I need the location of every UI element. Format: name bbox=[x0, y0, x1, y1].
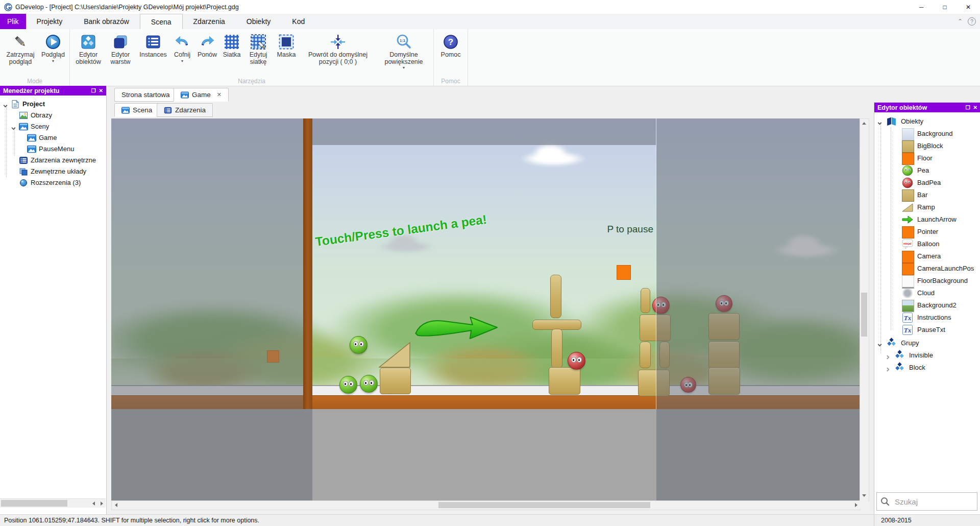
tree-item-scenes[interactable]: Sceny bbox=[0, 121, 106, 132]
maximize-button[interactable]: □ bbox=[933, 0, 957, 14]
tree-item-scene-pausemenu[interactable]: PauseMenu bbox=[0, 144, 106, 155]
object-row[interactable]: Cloud bbox=[874, 287, 980, 299]
chevron-right-icon[interactable] bbox=[885, 353, 891, 362]
pea-instance[interactable] bbox=[360, 375, 378, 393]
menu-tab-zdarzenia[interactable]: Zdarzenia bbox=[183, 14, 236, 29]
close-tab-icon[interactable]: ✕ bbox=[217, 91, 222, 98]
ribbon-help-icon[interactable]: ? bbox=[968, 17, 976, 26]
panel-close-icon[interactable]: ✕ bbox=[973, 105, 977, 110]
default-zoom-button[interactable]: 1:1 Domyślne powiększenie ▾ bbox=[376, 32, 431, 70]
tree-item-external-events[interactable]: Zdarzenia zewnętrzne bbox=[0, 155, 106, 166]
group-row[interactable]: Block bbox=[874, 362, 980, 374]
grid-button[interactable]: Siatka bbox=[220, 32, 243, 59]
object-row[interactable]: CameraLaunchPos bbox=[874, 262, 980, 275]
object-row[interactable]: BadPea bbox=[874, 177, 980, 189]
scroll-left-icon[interactable] bbox=[112, 501, 120, 509]
menu-tab-scena[interactable]: Scena bbox=[140, 14, 183, 29]
subtab-events[interactable]: Zdarzenia bbox=[157, 103, 213, 117]
menu-tab-plik[interactable]: Plik bbox=[0, 14, 26, 29]
menu-tab-kod[interactable]: Kod bbox=[281, 14, 315, 29]
panel-float-icon[interactable]: ❐ bbox=[91, 88, 96, 93]
chevron-down-icon[interactable] bbox=[877, 341, 883, 350]
object-row[interactable]: Tx PauseTxt bbox=[874, 324, 980, 336]
pea-instance[interactable] bbox=[339, 376, 357, 394]
object-row[interactable]: Pointer bbox=[874, 226, 980, 238]
bigblock-instance[interactable] bbox=[549, 367, 580, 395]
scrollbar-thumb[interactable] bbox=[861, 293, 867, 337]
canvas-vscrollbar[interactable] bbox=[860, 118, 869, 501]
undo-button[interactable]: Cofnij ▾ bbox=[170, 32, 194, 63]
object-row[interactable]: FloorBackground bbox=[874, 275, 980, 287]
scroll-left-icon[interactable] bbox=[89, 499, 97, 508]
subtab-scene[interactable]: Scena bbox=[114, 103, 159, 117]
cloud-instance[interactable] bbox=[520, 151, 587, 166]
canvas-hscrollbar[interactable] bbox=[111, 500, 861, 510]
scroll-up-icon[interactable] bbox=[860, 119, 868, 128]
bar-instance[interactable] bbox=[532, 320, 581, 330]
launch-arrow-instance[interactable] bbox=[412, 313, 501, 343]
minimize-button[interactable]: ─ bbox=[910, 0, 933, 14]
tree-item-project[interactable]: Project bbox=[0, 99, 106, 110]
scrollbar-thumb[interactable] bbox=[1, 500, 67, 507]
tree-item-external-layouts[interactable]: Zewnętrzne układy bbox=[0, 166, 106, 177]
mask-button[interactable]: Maska bbox=[273, 32, 300, 59]
pause-text-instance[interactable]: P to pause bbox=[545, 224, 653, 235]
redo-button[interactable]: Ponów bbox=[194, 32, 220, 59]
menu-tab-projekty[interactable]: Projekty bbox=[26, 14, 74, 29]
tab-start-page[interactable]: Strona startowa bbox=[114, 88, 177, 102]
bar-instance[interactable] bbox=[551, 329, 562, 368]
object-row[interactable]: Floor bbox=[874, 152, 980, 164]
menu-tab-bank-obrazow[interactable]: Bank obrazów bbox=[73, 14, 140, 29]
reset-position-button[interactable]: Powrót do domyślnej pozycji ( 0;0 ) bbox=[300, 32, 376, 65]
panel-float-icon[interactable]: ❐ bbox=[966, 105, 970, 110]
panel-close-icon[interactable]: ✕ bbox=[99, 88, 103, 93]
tab-game[interactable]: Game ✕ bbox=[174, 88, 229, 102]
instances-button[interactable]: Instances bbox=[136, 32, 170, 59]
scroll-right-icon[interactable] bbox=[852, 501, 860, 509]
objects-editor-button[interactable]: Edytor obiektów bbox=[72, 32, 105, 65]
bar-instance[interactable] bbox=[640, 342, 651, 368]
cloud-instance[interactable] bbox=[377, 240, 435, 253]
help-button[interactable]: ? Pomoc bbox=[436, 32, 465, 59]
objects-root-row[interactable]: Obiekty bbox=[874, 115, 980, 128]
object-row[interactable]: Ramp bbox=[874, 201, 980, 213]
object-row[interactable]: Background2 bbox=[874, 299, 980, 312]
tree-item-extensions[interactable]: Rozszerzenia (3) bbox=[0, 177, 106, 188]
edit-grid-button[interactable]: Edytuj siatkę bbox=[243, 32, 273, 65]
stop-preview-button[interactable]: Zatrzymaj podgląd bbox=[2, 32, 39, 65]
close-button[interactable]: ✕ bbox=[957, 0, 980, 14]
scroll-right-icon[interactable] bbox=[97, 499, 106, 508]
chevron-right-icon[interactable] bbox=[885, 365, 891, 374]
scrollbar-thumb[interactable] bbox=[438, 502, 650, 508]
layers-editor-button[interactable]: Edytor warstw bbox=[105, 32, 136, 65]
object-row[interactable]: Pea bbox=[874, 164, 980, 177]
menu-tab-obiekty[interactable]: Obiekty bbox=[236, 14, 281, 29]
object-row[interactable]: Tx Instructions bbox=[874, 312, 980, 324]
object-row[interactable]: ninja! Balloon bbox=[874, 238, 980, 250]
bigblock-instance[interactable] bbox=[380, 368, 411, 394]
tree-item-scene-game[interactable]: Game bbox=[0, 132, 106, 144]
scene-canvas[interactable]: Touch/Press to launch a pea! P to pause bbox=[111, 118, 860, 500]
tree-item-images[interactable]: Obrazy bbox=[0, 110, 106, 121]
project-panel-hscrollbar[interactable] bbox=[0, 498, 106, 508]
chevron-down-icon[interactable] bbox=[877, 119, 883, 128]
pea-instance[interactable] bbox=[350, 336, 368, 354]
object-search-box[interactable] bbox=[876, 492, 977, 511]
object-row[interactable]: LaunchArrow bbox=[874, 213, 980, 226]
groups-root-row[interactable]: Grupy bbox=[874, 337, 980, 349]
badpea-instance[interactable] bbox=[568, 352, 585, 370]
scroll-down-icon[interactable] bbox=[860, 491, 868, 500]
object-row[interactable]: BigBlock bbox=[874, 140, 980, 152]
bar-instance[interactable] bbox=[641, 288, 650, 313]
object-row[interactable]: Background bbox=[874, 128, 980, 140]
bar-instance[interactable] bbox=[550, 275, 561, 318]
ramp-instance[interactable] bbox=[379, 342, 410, 368]
object-row[interactable]: Bar bbox=[874, 189, 980, 201]
object-row[interactable]: Camera bbox=[874, 250, 980, 262]
collapse-ribbon-icon[interactable]: ⌃ bbox=[958, 18, 963, 25]
wall-instance[interactable] bbox=[303, 118, 312, 409]
group-row[interactable]: Invisible bbox=[874, 349, 980, 362]
preview-button[interactable]: Podgląd ▾ bbox=[39, 32, 67, 63]
search-input[interactable] bbox=[894, 497, 967, 507]
pointer-instance[interactable] bbox=[617, 265, 631, 280]
